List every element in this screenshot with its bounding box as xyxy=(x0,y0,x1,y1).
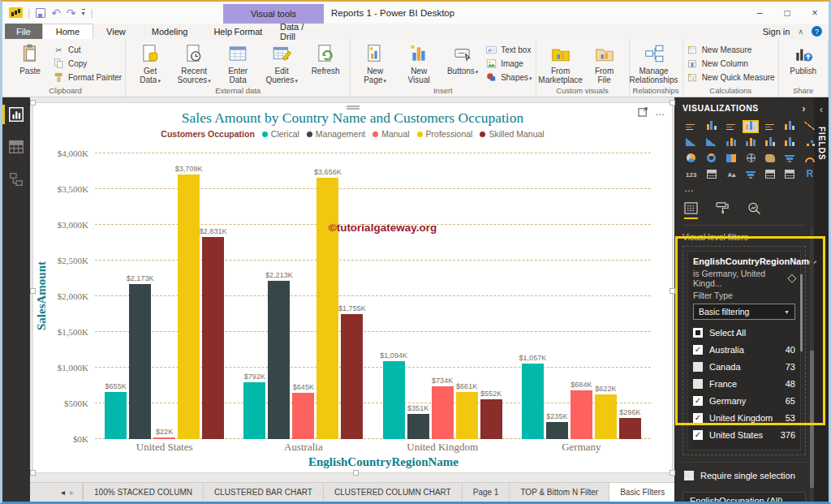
filter-list-scrollbar[interactable] xyxy=(800,274,803,351)
viz-icon-100-stacked-bar[interactable] xyxy=(762,120,778,133)
customize-toolbar-icon[interactable]: ▾ xyxy=(82,9,85,17)
bar-australia-clerical[interactable]: $792K xyxy=(243,382,265,439)
new-page-button[interactable]: NewPage▾ xyxy=(354,41,396,85)
new-measure-button[interactable]: New Measure xyxy=(687,44,775,56)
from-marketplace-button[interactable]: FromMarketplace xyxy=(540,41,582,84)
bar-australia-skilled-manual[interactable]: $1,755K xyxy=(341,314,363,439)
viz-icon-r-script[interactable]: R xyxy=(801,169,818,182)
menu-tab-data-drill[interactable]: Data / Drill xyxy=(273,24,324,39)
bar-united-states-skilled-manual[interactable]: $2,831K xyxy=(202,237,224,439)
expand-fields-icon[interactable]: ‹ xyxy=(820,104,823,115)
panel-scrollbar[interactable] xyxy=(810,227,814,502)
report-canvas[interactable]: … Sales Amount by Country Name and Custo… xyxy=(30,97,674,482)
tab-analytics[interactable] xyxy=(747,202,761,219)
publish-button[interactable]: Publish xyxy=(782,41,825,75)
page-tab-clustered-bar-chart[interactable]: CLUSTERED BAR CHART xyxy=(204,483,324,502)
page-tab-page-1[interactable]: Page 1 xyxy=(463,483,510,502)
bar-united-states-manual[interactable]: $22K xyxy=(153,437,175,439)
resize-handle[interactable] xyxy=(670,470,675,476)
visual-drag-handle[interactable] xyxy=(347,106,360,110)
viz-icon-100-stacked-column[interactable] xyxy=(781,120,798,133)
redo-icon[interactable]: ↷ xyxy=(67,7,76,19)
bar-united-kingdom-management[interactable]: $351K xyxy=(407,414,429,439)
viz-icon-line[interactable] xyxy=(801,120,818,133)
viz-icon-treemap[interactable] xyxy=(723,153,739,166)
viz-icon-clustered-bar[interactable] xyxy=(723,120,739,133)
bar-germany-management[interactable]: $235K xyxy=(546,422,568,439)
new-quick-measure-button[interactable]: New Quick Measure xyxy=(687,71,775,84)
minimize-button[interactable]: – xyxy=(746,2,773,24)
close-button[interactable]: × xyxy=(801,2,829,24)
viz-icon-slicer[interactable] xyxy=(743,169,759,182)
checkbox-united-states[interactable]: ✓ xyxy=(693,430,703,440)
viz-icon-card[interactable]: 123 xyxy=(682,169,700,182)
bar-united-kingdom-professional[interactable]: $661K xyxy=(456,392,478,439)
legend-item-clerical[interactable]: Clerical xyxy=(262,129,299,139)
sidebar-item-data-view[interactable] xyxy=(6,136,27,157)
new-visual-button[interactable]: NewVisual xyxy=(398,41,440,84)
page-tab-top-bittom-n-filter[interactable]: TOP & Bittom N Filter xyxy=(510,483,609,502)
viz-icon-funnel[interactable] xyxy=(781,153,798,166)
collapse-ribbon-icon[interactable]: ∧ xyxy=(798,28,803,36)
more-options-icon[interactable]: … xyxy=(655,109,665,115)
page-tab-100-stacked-column[interactable]: 100% STACKED COLUMN xyxy=(83,483,204,502)
viz-icon-line-clustered-column[interactable] xyxy=(723,136,739,149)
bar-germany-skilled-manual[interactable]: $296K xyxy=(619,418,641,439)
menu-tab-format[interactable]: Format xyxy=(223,24,273,39)
bar-germany-professional[interactable]: $622K xyxy=(595,394,617,439)
page-nav-back-icon[interactable]: ◂ xyxy=(61,488,65,497)
tab-fields[interactable] xyxy=(684,202,698,219)
viz-icon-filled-map[interactable] xyxy=(762,153,778,166)
more-visuals-icon[interactable]: … xyxy=(682,182,806,197)
bar-united-states-clerical[interactable]: $655K xyxy=(105,392,127,439)
bar-australia-professional[interactable]: $3,656K xyxy=(316,178,338,439)
checkbox-australia[interactable]: ✓ xyxy=(693,345,703,355)
menu-tab-view[interactable]: View xyxy=(93,24,139,39)
viz-icon-ribbon[interactable] xyxy=(762,136,778,149)
viz-icon-waterfall[interactable] xyxy=(781,136,798,149)
legend-item-manual[interactable]: Manual xyxy=(372,129,409,139)
bar-united-states-management[interactable]: $2,173K xyxy=(129,284,151,439)
sidebar-item-report-view[interactable] xyxy=(6,104,27,125)
legend-item-management[interactable]: Management xyxy=(307,129,365,139)
new-column-button[interactable]: New Column xyxy=(687,58,775,70)
viz-icon-clustered-column[interactable] xyxy=(743,120,759,133)
copy-button[interactable]: Copy xyxy=(53,58,122,70)
page-tab-basic-filters[interactable]: Basic FIlters xyxy=(609,483,676,502)
viz-icon-stacked-bar[interactable] xyxy=(682,120,700,133)
bar-australia-manual[interactable]: $645K xyxy=(292,393,314,439)
checkbox-canada[interactable] xyxy=(693,362,703,372)
viz-icon-matrix[interactable] xyxy=(781,169,798,182)
file-menu[interactable]: File xyxy=(5,24,42,39)
filter-type-dropdown[interactable]: Basic filtering▼ xyxy=(693,304,795,320)
undo-icon[interactable]: ↶ xyxy=(51,7,61,19)
resize-handle[interactable] xyxy=(353,470,359,476)
viz-icon-kpi[interactable]: A▴ xyxy=(723,169,739,182)
viz-icon-line-stacked-column[interactable] xyxy=(743,136,759,149)
checkbox-france[interactable] xyxy=(693,379,703,389)
bar-germany-clerical[interactable]: $1,057K xyxy=(522,364,544,439)
maximize-button[interactable]: □ xyxy=(773,2,801,24)
viz-icon-pie[interactable] xyxy=(682,153,700,166)
viz-icon-donut[interactable] xyxy=(703,153,720,166)
viz-icon-stacked-area[interactable] xyxy=(703,136,720,149)
viz-icon-stacked-column[interactable] xyxy=(703,120,720,133)
from-file-button[interactable]: FromFile xyxy=(583,41,626,84)
filter-card-englishoccupation[interactable]: EnglishOccupation (All) xyxy=(682,492,806,504)
legend-item-professional[interactable]: Professional xyxy=(417,129,473,139)
viz-icon-scatter[interactable] xyxy=(801,136,818,149)
page-tab-clustered-column-chart[interactable]: CLUSTERED COLUMN CHART xyxy=(324,483,463,502)
page-nav-forward-icon[interactable]: ▸ xyxy=(70,488,74,497)
manage-relationships-button[interactable]: ManageRelationships xyxy=(633,41,675,84)
buttons-button[interactable]: Buttons▾ xyxy=(441,41,484,76)
text-box-button[interactable]: AText box xyxy=(485,44,532,56)
legend-item-skilled-manual[interactable]: Skilled Manual xyxy=(480,129,544,139)
help-icon[interactable]: ? xyxy=(812,26,822,37)
sidebar-item-model-view[interactable] xyxy=(6,169,27,190)
cut-button[interactable]: ✂Cut xyxy=(53,44,122,56)
get-data-button[interactable]: GetData▾ xyxy=(129,41,171,85)
resize-handle[interactable] xyxy=(670,288,675,294)
edit-queries-button[interactable]: EditQueries▾ xyxy=(260,41,303,85)
chart-visual-container[interactable]: … Sales Amount by Country Name and Custo… xyxy=(32,102,673,473)
resize-handle[interactable] xyxy=(30,100,36,106)
